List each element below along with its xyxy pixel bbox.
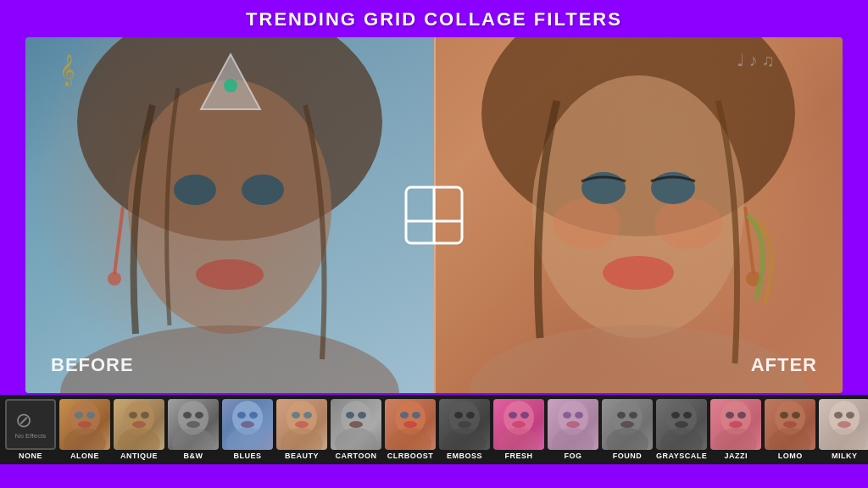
filter-cartoon-thumb [331,399,381,450]
svg-point-4 [196,259,264,290]
filter-clrboost[interactable]: CLRBOOST [385,399,436,460]
filter-emboss-thumb [439,399,490,450]
svg-point-61 [466,412,475,419]
svg-point-94 [823,428,865,450]
filter-clrboost-thumb [385,399,436,450]
filter-lomo[interactable]: LOMO [765,399,815,460]
filter-fog[interactable]: FOG [548,399,598,460]
filter-bw-label: B&W [184,452,203,460]
svg-point-62 [458,421,471,428]
svg-point-54 [389,428,431,450]
svg-point-86 [737,412,746,419]
svg-point-67 [512,421,526,428]
grid-collage-icon [404,186,464,245]
filter-bw-thumb [168,399,219,450]
svg-point-97 [837,421,851,428]
filter-milky-thumb [819,399,868,450]
filter-jazzi[interactable]: JAZZI [710,399,761,460]
filter-blues-thumb [222,399,273,450]
svg-point-85 [726,412,734,419]
filter-antique[interactable]: ANTIQUE [114,399,164,460]
filter-beauty[interactable]: BEAUTY [276,399,327,460]
filter-alone[interactable]: ALONE [59,399,110,460]
filter-found-thumb [602,399,653,450]
svg-point-77 [620,421,634,428]
filter-clrboost-label: CLRBOOST [387,452,434,460]
main-image-area: 𝄞 ♩ ♪ ♫ BEFORE AFTER [25,37,843,393]
svg-point-25 [75,412,83,419]
svg-point-92 [783,421,797,428]
svg-point-57 [403,421,417,428]
svg-point-71 [575,412,583,419]
svg-point-76 [629,412,637,419]
after-image [434,37,843,393]
filter-cartoon-label: CARTOON [336,452,377,460]
svg-point-13 [654,198,722,249]
svg-point-84 [715,428,757,450]
filter-beauty-thumb [276,399,327,450]
svg-point-90 [780,412,788,419]
filter-milky[interactable]: MILKY [819,399,868,460]
filter-antique-label: ANTIQUE [120,452,158,460]
filter-fog-label: FOG [565,452,582,460]
svg-point-81 [683,412,692,419]
filter-alone-thumb [59,399,110,450]
after-label: AFTER [751,354,817,376]
svg-point-2 [174,175,216,205]
svg-point-80 [671,412,680,419]
svg-point-27 [78,421,92,428]
svg-point-75 [617,412,626,419]
svg-point-66 [520,412,529,419]
svg-point-64 [498,428,540,450]
svg-point-24 [64,428,106,450]
music-notes-left: 𝄞 [59,54,75,86]
svg-point-9 [224,79,237,92]
svg-point-56 [412,412,420,419]
svg-point-69 [552,428,594,450]
filter-lomo-thumb [765,399,815,450]
filter-none[interactable]: ⊘ No Effects NONE [5,399,56,460]
filter-bw[interactable]: B&W [168,399,219,460]
filter-beauty-label: BEAUTY [285,452,319,460]
filter-cartoon[interactable]: CARTOON [331,399,381,460]
filter-fresh-label: FRESH [504,452,532,460]
svg-point-60 [454,412,463,419]
svg-point-37 [186,421,200,428]
filter-emboss-label: EMBOSS [447,452,482,460]
svg-point-49 [335,428,377,450]
svg-point-95 [834,412,843,419]
svg-point-35 [183,412,192,419]
svg-point-34 [172,428,214,450]
svg-point-70 [563,412,571,419]
filter-found-label: FOUND [613,452,643,460]
filter-alone-label: ALONE [70,452,99,460]
svg-point-29 [118,428,160,450]
filter-blues-label: BLUES [233,452,261,460]
svg-line-6 [114,207,123,274]
filter-jazzi-label: JAZZI [724,452,748,460]
filter-grayscale-thumb [656,399,707,450]
filter-blues[interactable]: BLUES [222,399,273,460]
svg-point-36 [195,412,203,419]
filter-none-label: NONE [19,452,42,460]
filter-milky-label: MILKY [832,452,858,460]
svg-point-87 [729,421,743,428]
svg-point-30 [129,412,137,419]
svg-point-45 [292,412,300,419]
svg-point-74 [606,428,648,450]
svg-point-12 [553,198,620,249]
filter-lomo-label: LOMO [778,452,803,460]
filter-found[interactable]: FOUND [602,399,653,460]
filter-grayscale[interactable]: GRAYSCALE [656,399,707,460]
filter-fresh[interactable]: FRESH [493,399,544,460]
svg-point-42 [241,421,254,428]
filter-fog-thumb [548,399,598,450]
music-notes-right: ♩ ♪ ♫ [737,50,775,70]
filter-jazzi-thumb [710,399,761,450]
svg-point-47 [295,421,309,428]
filter-grayscale-label: GRAYSCALE [656,452,707,460]
svg-point-26 [86,412,95,419]
filter-emboss[interactable]: EMBOSS [439,399,490,460]
before-image [25,37,434,393]
before-label: BEFORE [51,354,134,376]
